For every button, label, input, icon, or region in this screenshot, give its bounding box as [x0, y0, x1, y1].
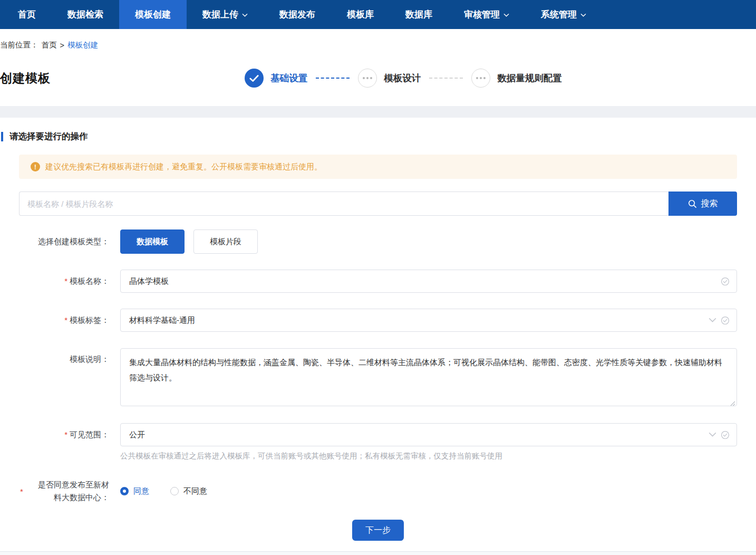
- resize-grip-icon[interactable]: [730, 400, 735, 406]
- chevron-down-icon: [709, 432, 716, 437]
- check-circle-icon: [721, 277, 730, 286]
- step-pending-icon: [471, 69, 490, 88]
- nav-item-label: 首页: [18, 8, 36, 21]
- breadcrumb: 当前位置： 首页 > 模板创建: [0, 29, 756, 50]
- step-check-icon: [245, 69, 264, 88]
- section-accent-bar: [1, 132, 3, 141]
- type-select-group: 数据模板模板片段: [120, 229, 258, 254]
- step-label: 数据量规则配置: [497, 72, 562, 84]
- required-asterisk: *: [20, 487, 23, 496]
- step-label: 基础设置: [270, 72, 307, 84]
- warning-text: 建议优先搜索已有模板再进行创建，避免重复。公开模板需要审核通过后使用。: [45, 162, 322, 172]
- nav-item-template-create[interactable]: 模板创建: [119, 0, 187, 29]
- nav-item-label: 数据检索: [67, 8, 103, 21]
- breadcrumb-prefix: 当前位置：: [0, 40, 38, 50]
- breadcrumb-home-link[interactable]: 首页: [42, 40, 57, 50]
- nav-item-audit-management[interactable]: 审核管理: [448, 0, 525, 29]
- nav-item-data-publish[interactable]: 数据发布: [264, 0, 331, 29]
- nav-item-label: 审核管理: [464, 8, 500, 21]
- required-asterisk: *: [64, 276, 67, 285]
- type-select-label: 选择创建模板类型：: [19, 237, 109, 247]
- warning-icon: !: [31, 162, 40, 171]
- nav-item-label: 数据库: [405, 8, 432, 21]
- chevron-down-icon: [503, 13, 509, 17]
- nav-item-label: 数据上传: [202, 8, 238, 21]
- search-button-label: 搜索: [701, 198, 718, 209]
- template-tag-label: *模板标签：: [19, 315, 109, 326]
- divider-band: [0, 106, 756, 118]
- footer-divider: [0, 551, 756, 555]
- type-button-template-fragment[interactable]: 模板片段: [193, 229, 258, 254]
- required-asterisk: *: [64, 430, 67, 439]
- search-input[interactable]: [19, 192, 668, 216]
- nav-item-system-management[interactable]: 系统管理: [525, 0, 602, 29]
- radio-option-agree[interactable]: 同意: [120, 486, 149, 496]
- nav-item-template-library[interactable]: 模板库: [331, 0, 390, 29]
- nav-item-label: 系统管理: [541, 8, 577, 21]
- step-basic-settings: 基础设置: [245, 69, 307, 88]
- breadcrumb-current-link[interactable]: 模板创建: [67, 40, 98, 50]
- next-step-button[interactable]: 下一步: [352, 520, 404, 541]
- step-label: 模板设计: [384, 72, 421, 84]
- visibility-select[interactable]: [120, 423, 737, 446]
- radio-selected-icon: [120, 487, 129, 495]
- nav-item-home[interactable]: 首页: [2, 0, 52, 29]
- type-button-data-template[interactable]: 数据模板: [120, 229, 185, 254]
- step-pending-icon: [358, 69, 377, 88]
- visibility-helper-text: 公共模板在审核通过之后将进入模板库，可供当前账号或其他账号使用；私有模板无需审核…: [120, 451, 737, 461]
- radio-option-disagree[interactable]: 不同意: [170, 486, 207, 496]
- breadcrumb-separator: >: [60, 41, 64, 50]
- top-nav: 首页数据检索模板创建数据上传数据发布模板库数据库审核管理系统管理: [0, 0, 756, 29]
- nav-item-label: 数据发布: [279, 8, 315, 21]
- page-title: 创建模板: [0, 70, 51, 87]
- publish-consent-radio-group: 同意不同意: [120, 486, 207, 496]
- template-name-label: *模板名称：: [19, 276, 109, 286]
- template-description-label: 模板说明：: [19, 348, 109, 365]
- nav-item-database[interactable]: 数据库: [390, 0, 448, 29]
- radio-option-label: 不同意: [183, 486, 207, 496]
- required-asterisk: *: [64, 315, 67, 324]
- check-circle-icon: [721, 316, 730, 325]
- template-name-input[interactable]: [120, 270, 737, 293]
- radio-option-label: 同意: [133, 486, 149, 496]
- step-template-design: 模板设计: [358, 69, 421, 88]
- section-title: 请选择要进行的操作: [9, 131, 88, 142]
- step-connector: [316, 78, 350, 79]
- search-icon: [688, 199, 697, 208]
- template-tag-select[interactable]: [120, 309, 737, 332]
- radio-unselected-icon: [170, 487, 179, 495]
- template-description-textarea[interactable]: 集成大量晶体材料的结构与性能数据，涵盖金属、陶瓷、半导体、二维材料等主流晶体体系…: [120, 348, 737, 406]
- publish-consent-label: * 是否同意发布至新材料大数据中心：: [19, 479, 109, 504]
- chevron-down-icon: [580, 13, 586, 17]
- step-connector: [429, 78, 463, 79]
- steps-indicator: 基础设置模板设计数据量规则配置: [51, 69, 756, 88]
- search-button[interactable]: 搜索: [668, 192, 737, 216]
- nav-item-data-search[interactable]: 数据检索: [52, 0, 119, 29]
- nav-item-data-upload[interactable]: 数据上传: [187, 0, 264, 29]
- chevron-down-icon: [242, 13, 248, 17]
- chevron-down-icon: [709, 318, 716, 323]
- nav-item-label: 模板创建: [135, 8, 171, 21]
- warning-banner: ! 建议优先搜索已有模板再进行创建，避免重复。公开模板需要审核通过后使用。: [19, 155, 737, 179]
- nav-item-label: 模板库: [347, 8, 374, 21]
- step-data-rule-config: 数据量规则配置: [471, 69, 562, 88]
- check-circle-icon: [721, 430, 730, 439]
- visibility-label: *可见范围：: [19, 430, 109, 440]
